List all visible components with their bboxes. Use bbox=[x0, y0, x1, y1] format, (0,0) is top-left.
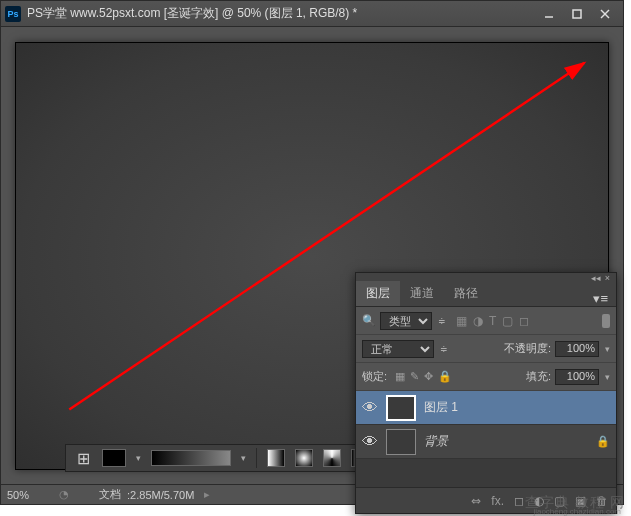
blend-mode-select[interactable]: 正常 bbox=[362, 340, 434, 358]
fill-dropdown-icon[interactable]: ▾ bbox=[605, 372, 610, 382]
hand-tool-icon[interactable]: ⊞ bbox=[74, 449, 92, 467]
blend-dropdown-icon[interactable]: ≑ bbox=[440, 344, 448, 354]
panel-menu-icon[interactable]: ▾≡ bbox=[585, 291, 616, 306]
fill-input[interactable]: 100% bbox=[555, 369, 599, 385]
link-layers-icon[interactable]: ⇔ bbox=[471, 494, 481, 508]
lock-icon: 🔒 bbox=[596, 435, 610, 448]
gradient-preview[interactable] bbox=[151, 450, 231, 466]
layer-fx-icon[interactable]: fx. bbox=[491, 494, 504, 508]
foreground-color-swatch[interactable] bbox=[102, 449, 126, 467]
filter-kind-select[interactable]: 类型 bbox=[380, 312, 432, 330]
close-button[interactable] bbox=[591, 4, 619, 24]
lock-position-icon[interactable]: ✥ bbox=[424, 370, 433, 383]
tab-layers[interactable]: 图层 bbox=[356, 281, 400, 306]
collapse-icon[interactable]: ◂◂ bbox=[591, 273, 601, 283]
tab-paths[interactable]: 路径 bbox=[444, 281, 488, 306]
titlebar: Ps PS学堂 www.52psxt.com [圣诞字效] @ 50% (图层 … bbox=[1, 1, 623, 27]
toolbar-divider bbox=[256, 448, 257, 468]
radial-gradient-button[interactable] bbox=[295, 449, 313, 467]
opacity-dropdown-icon[interactable]: ▾ bbox=[605, 344, 610, 354]
filter-smart-icon[interactable]: ◻ bbox=[519, 314, 529, 328]
layers-panel: ◂◂ × 图层 通道 路径 ▾≡ 🔍 类型 ≑ ▦ ◑ T ▢ ◻ 正常 ≑ 不… bbox=[355, 272, 617, 514]
fill-label: 填充: bbox=[526, 369, 551, 384]
filter-adjust-icon[interactable]: ◑ bbox=[473, 314, 483, 328]
layer-mask-icon[interactable]: ◻ bbox=[514, 494, 524, 508]
opacity-label: 不透明度: bbox=[504, 341, 551, 356]
layer-list: 👁 图层 1 👁 背景 🔒 bbox=[356, 391, 616, 487]
panel-tabs: 图层 通道 路径 ▾≡ bbox=[356, 283, 616, 307]
maximize-button[interactable] bbox=[563, 4, 591, 24]
gradient-dropdown-icon[interactable]: ▾ bbox=[241, 453, 246, 463]
filter-shape-icon[interactable]: ▢ bbox=[502, 314, 513, 328]
swatch-dropdown-icon[interactable]: ▾ bbox=[136, 453, 141, 463]
filter-toggle[interactable] bbox=[602, 314, 610, 328]
lock-transparent-icon[interactable]: ▦ bbox=[395, 370, 405, 383]
window-title: PS学堂 www.52psxt.com [圣诞字效] @ 50% (图层 1, … bbox=[27, 5, 357, 22]
app-icon: Ps bbox=[5, 6, 21, 22]
layer-name[interactable]: 图层 1 bbox=[424, 399, 610, 416]
layer-list-empty bbox=[356, 459, 616, 487]
layer-item[interactable]: 👁 图层 1 bbox=[356, 391, 616, 425]
visibility-toggle-icon[interactable]: 👁 bbox=[362, 433, 378, 451]
blend-row: 正常 ≑ 不透明度: 100% ▾ bbox=[356, 335, 616, 363]
svg-rect-1 bbox=[573, 10, 581, 18]
panel-close-icon[interactable]: × bbox=[605, 273, 610, 283]
doc-size-dropdown-icon[interactable]: ▸ bbox=[204, 488, 210, 501]
filter-text-icon[interactable]: T bbox=[489, 314, 496, 328]
status-icon: ◔ bbox=[59, 488, 69, 501]
filter-pixel-icon[interactable]: ▦ bbox=[456, 314, 467, 328]
layer-thumbnail[interactable] bbox=[386, 395, 416, 421]
lock-all-icon[interactable]: 🔒 bbox=[438, 370, 452, 383]
doc-size-value: :2.85M/5.70M bbox=[127, 489, 194, 501]
layer-filter-row: 🔍 类型 ≑ ▦ ◑ T ▢ ◻ bbox=[356, 307, 616, 335]
layer-thumbnail[interactable] bbox=[386, 429, 416, 455]
tab-channels[interactable]: 通道 bbox=[400, 281, 444, 306]
lock-pixels-icon[interactable]: ✎ bbox=[410, 370, 419, 383]
linear-gradient-button[interactable] bbox=[267, 449, 285, 467]
doc-size-label: 文档 bbox=[99, 487, 121, 502]
lock-label: 锁定: bbox=[362, 369, 387, 384]
layer-name[interactable]: 背景 bbox=[424, 433, 588, 450]
zoom-level[interactable]: 50% bbox=[7, 489, 29, 501]
layer-item[interactable]: 👁 背景 🔒 bbox=[356, 425, 616, 459]
filter-dropdown-icon[interactable]: ≑ bbox=[438, 316, 446, 326]
watermark-url: jiaocheng.chazidian.com bbox=[533, 507, 621, 516]
lock-row: 锁定: ▦ ✎ ✥ 🔒 填充: 100% ▾ bbox=[356, 363, 616, 391]
visibility-toggle-icon[interactable]: 👁 bbox=[362, 399, 378, 417]
minimize-button[interactable] bbox=[535, 4, 563, 24]
angle-gradient-button[interactable] bbox=[323, 449, 341, 467]
opacity-input[interactable]: 100% bbox=[555, 341, 599, 357]
search-kind-icon[interactable]: 🔍 bbox=[362, 314, 376, 327]
